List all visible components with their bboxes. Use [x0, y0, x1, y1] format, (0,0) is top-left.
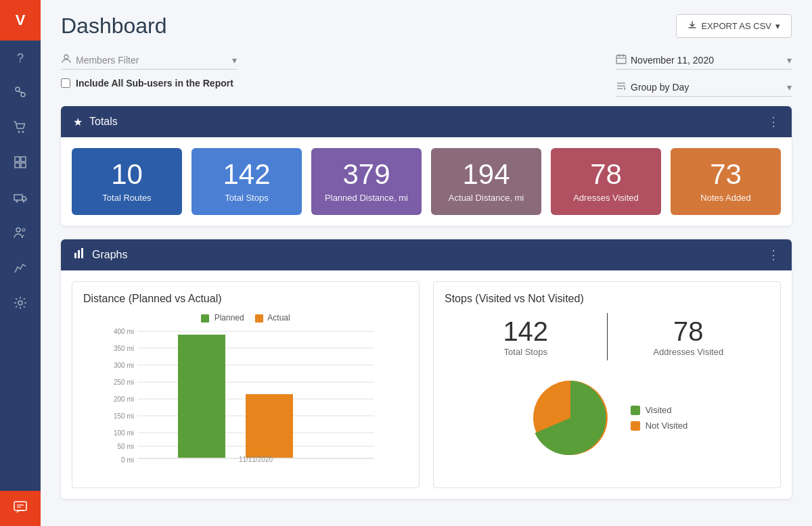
sidebar-item-cart[interactable]	[0, 111, 41, 146]
svg-rect-8	[21, 163, 26, 168]
visited-legend-item: Visited	[631, 405, 688, 415]
members-filter[interactable]: Members Filter ▾	[61, 51, 237, 70]
export-csv-button[interactable]: EXPORT AS CSV ▾	[676, 14, 792, 38]
notes-added-value: 73	[677, 160, 774, 189]
svg-rect-27	[78, 250, 80, 258]
stops-chart-panel: Stops (Visited vs Not Visited) 142 Total…	[433, 281, 781, 488]
pie-legend: Visited Not Visited	[631, 405, 688, 431]
sidebar-item-help[interactable]: ?	[0, 41, 41, 76]
svg-point-0	[16, 87, 20, 91]
cart-icon	[13, 120, 28, 138]
page-header: Dashboard EXPORT AS CSV ▾	[61, 14, 792, 39]
person-icon	[61, 53, 72, 66]
download-icon	[687, 20, 697, 32]
graphs-grid: Distance (Planned vs Actual) Planned Act…	[61, 270, 792, 499]
calendar-icon	[616, 53, 627, 66]
totals-header: ★ Totals ⋮	[61, 106, 792, 137]
chat-icon	[13, 500, 28, 518]
svg-text:200 mi: 200 mi	[114, 396, 134, 403]
total-stops-card: 142 Total Stops	[191, 148, 302, 215]
svg-text:300 mi: 300 mi	[114, 362, 134, 369]
svg-point-11	[23, 200, 25, 202]
subusers-checkbox[interactable]	[61, 78, 70, 88]
sidebar-item-routes[interactable]	[0, 76, 41, 111]
sidebar-item-settings[interactable]	[0, 287, 41, 322]
people-icon	[13, 225, 28, 243]
svg-rect-19	[616, 55, 626, 64]
group-icon	[616, 80, 627, 93]
group-by-chevron: ▾	[787, 82, 792, 93]
addresses-label: Addresses Visited	[608, 347, 770, 357]
graphs-menu-icon[interactable]: ⋮	[767, 247, 780, 262]
svg-point-14	[18, 301, 22, 305]
svg-point-3	[18, 130, 20, 133]
actual-legend-dot	[255, 314, 263, 322]
svg-text:150 mi: 150 mi	[114, 412, 134, 420]
total-stops-value: 142	[198, 160, 295, 189]
truck-icon	[13, 190, 28, 208]
bar-chart-svg: 400 mi 350 mi 300 mi 250 mi 200 mi 150 m…	[83, 328, 408, 463]
stops-numbers: 142 Total Stops 78 Addresses Visited	[445, 313, 769, 360]
addresses-visited-label: Adresses Visited	[558, 193, 654, 203]
stops-total-label: Total Stops	[445, 347, 607, 357]
graphs-section: Graphs ⋮ Distance (Planned vs Actual) Pl…	[61, 239, 792, 499]
total-routes-card: 10 Total Routes	[72, 148, 182, 215]
subusers-checkbox-label[interactable]: Include All Sub-users in the Report	[61, 78, 237, 89]
svg-rect-7	[15, 163, 20, 168]
settings-icon	[13, 295, 28, 314]
totals-menu-icon[interactable]: ⋮	[767, 114, 780, 129]
graphs-header: Graphs ⋮	[61, 239, 792, 270]
filter-right: November 11, 2020 ▾ Group by Day ▾	[616, 51, 792, 97]
addresses-visited-value: 78	[558, 160, 654, 189]
stops-total-value: 142	[445, 316, 607, 347]
members-filter-chevron: ▾	[232, 55, 237, 66]
sidebar-item-grid[interactable]	[0, 146, 41, 181]
chat-button[interactable]	[0, 491, 41, 526]
stops-total-stat: 142 Total Stops	[445, 316, 607, 357]
planned-legend-item: Planned	[201, 313, 244, 322]
svg-rect-47	[246, 394, 293, 458]
main-content: Dashboard EXPORT AS CSV ▾ Members Filte	[41, 0, 812, 526]
planned-distance-card: 379 Planned Distance, mi	[311, 148, 422, 215]
svg-text:11/11/2020: 11/11/2020	[239, 456, 273, 463]
totals-grid: 10 Total Routes 142 Total Stops 379 Plan…	[61, 137, 792, 226]
graphs-title: Graphs	[92, 249, 127, 261]
svg-rect-26	[74, 253, 76, 258]
export-chevron: ▾	[775, 21, 780, 31]
not-visited-legend-item: Not Visited	[631, 421, 688, 431]
svg-rect-5	[15, 157, 20, 162]
routes-icon	[13, 85, 28, 103]
notes-added-label: Notes Added	[677, 193, 774, 203]
svg-rect-46	[178, 335, 225, 458]
grid-icon	[14, 156, 27, 172]
date-filter[interactable]: November 11, 2020 ▾	[616, 51, 792, 70]
sidebar: V ?	[0, 0, 41, 526]
addresses-visited-card: 78 Adresses Visited	[551, 148, 661, 215]
star-icon: ★	[73, 116, 83, 128]
bar-chart-area: 400 mi 350 mi 300 mi 250 mi 200 mi 150 m…	[83, 328, 408, 477]
planned-distance-value: 379	[318, 160, 415, 189]
total-routes-label: Total Routes	[78, 193, 175, 203]
not-visited-legend-label: Not Visited	[646, 421, 688, 431]
distance-chart-title: Distance (Planned vs Actual)	[83, 293, 408, 305]
export-label: EXPORT AS CSV	[701, 21, 771, 31]
date-filter-chevron: ▾	[787, 55, 792, 66]
svg-point-4	[22, 130, 24, 133]
sidebar-item-people[interactable]	[0, 216, 41, 252]
svg-text:250 mi: 250 mi	[114, 379, 134, 386]
sidebar-item-chart[interactable]	[0, 252, 41, 287]
planned-distance-label: Planned Distance, mi	[318, 193, 415, 203]
app-logo[interactable]: V	[0, 0, 41, 41]
totals-section: ★ Totals ⋮ 10 Total Routes 142 Total Sto…	[61, 106, 792, 226]
chart-icon	[13, 260, 28, 279]
help-icon: ?	[17, 51, 24, 66]
group-by-filter[interactable]: Group by Day ▾	[616, 78, 792, 97]
svg-text:50 mi: 50 mi	[118, 443, 134, 450]
filter-left: Members Filter ▾ Include All Sub-users i…	[61, 51, 237, 89]
addresses-stat: 78 Addresses Visited	[608, 316, 770, 357]
svg-point-13	[22, 229, 25, 231]
sidebar-item-truck[interactable]	[0, 181, 41, 216]
visited-legend-label: Visited	[646, 405, 672, 415]
actual-distance-label: Actual Distance, mi	[438, 193, 535, 203]
totals-title-row: ★ Totals	[73, 116, 118, 128]
